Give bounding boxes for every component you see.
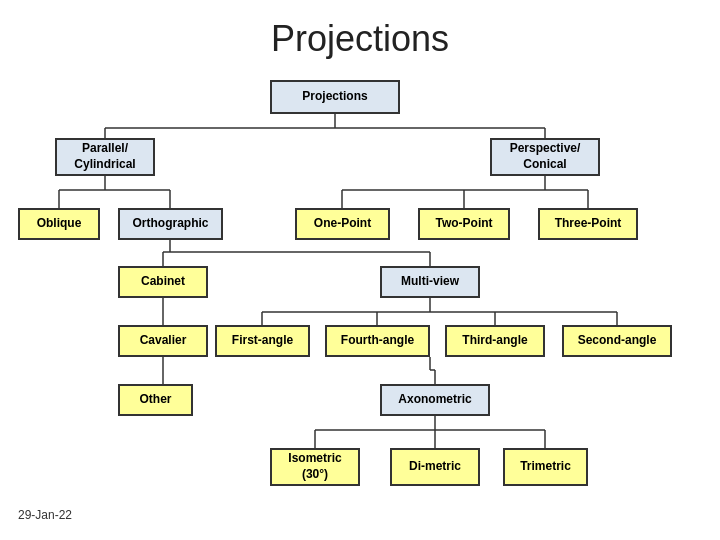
- box-second-angle: Second-angle: [562, 325, 672, 357]
- date-label: 29-Jan-22: [18, 508, 72, 522]
- box-trimetric: Trimetric: [503, 448, 588, 486]
- box-third-angle: Third-angle: [445, 325, 545, 357]
- box-axonometric: Axonometric: [380, 384, 490, 416]
- box-oblique: Oblique: [18, 208, 100, 240]
- box-isometric: Isometric(30°): [270, 448, 360, 486]
- box-parallel: Parallel/Cylindrical: [55, 138, 155, 176]
- diagram: Projections Parallel/Cylindrical Perspec…: [0, 70, 720, 530]
- box-perspective: Perspective/Conical: [490, 138, 600, 176]
- box-projections: Projections: [270, 80, 400, 114]
- box-three-point: Three-Point: [538, 208, 638, 240]
- box-orthographic: Orthographic: [118, 208, 223, 240]
- box-dimetric: Di-metric: [390, 448, 480, 486]
- box-two-point: Two-Point: [418, 208, 510, 240]
- page-title: Projections: [0, 0, 720, 70]
- box-cavalier: Cavalier: [118, 325, 208, 357]
- box-cabinet: Cabinet: [118, 266, 208, 298]
- box-first-angle: First-angle: [215, 325, 310, 357]
- box-multi-view: Multi-view: [380, 266, 480, 298]
- box-other: Other: [118, 384, 193, 416]
- box-fourth-angle: Fourth-angle: [325, 325, 430, 357]
- box-one-point: One-Point: [295, 208, 390, 240]
